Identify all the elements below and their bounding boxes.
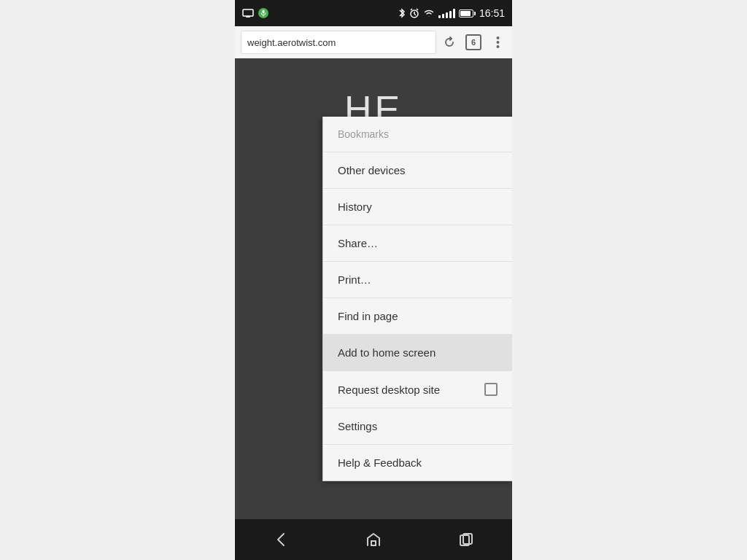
recents-button[interactable] xyxy=(444,525,488,554)
svg-point-12 xyxy=(496,45,499,48)
home-button[interactable] xyxy=(352,525,395,554)
phone-frame: 16:51 weight.aerotwist.com 6 xyxy=(235,0,512,560)
svg-rect-13 xyxy=(371,541,376,545)
menu-item-help-feedback[interactable]: Help & Feedback xyxy=(323,445,512,481)
signal-icon xyxy=(438,8,455,18)
svg-point-10 xyxy=(496,36,499,39)
menu-item-settings[interactable]: Settings xyxy=(323,408,512,445)
url-text: weight.aerotwist.com xyxy=(247,37,336,48)
browser-content: HE TO BEGI YOU A FI OK Bookmarks Other d… xyxy=(235,58,512,519)
recents-icon xyxy=(457,531,475,548)
tab-count-button[interactable]: 6 xyxy=(465,34,481,50)
desktop-site-checkbox[interactable] xyxy=(484,383,498,396)
svg-line-7 xyxy=(414,14,416,15)
svg-point-11 xyxy=(496,41,499,44)
mic-icon xyxy=(258,8,268,18)
svg-rect-0 xyxy=(243,9,253,16)
menu-item-add-to-home-screen[interactable]: Add to home screen xyxy=(323,335,512,371)
more-icon xyxy=(496,36,500,49)
menu-item-print[interactable]: Print… xyxy=(323,262,512,298)
address-bar-icons: 6 xyxy=(441,34,506,51)
address-bar: weight.aerotwist.com 6 xyxy=(235,26,512,58)
context-menu: Bookmarks Other devices History Share… P… xyxy=(322,117,512,481)
tab-count: 6 xyxy=(471,38,476,47)
screen-icon xyxy=(242,9,254,18)
nav-bar xyxy=(235,519,512,560)
back-button[interactable] xyxy=(259,525,303,554)
svg-line-8 xyxy=(411,9,412,10)
home-icon xyxy=(365,531,382,548)
alarm-icon xyxy=(409,8,419,18)
svg-line-9 xyxy=(417,9,418,10)
status-right-icons: 16:51 xyxy=(398,7,505,19)
status-bar: 16:51 xyxy=(235,0,512,26)
menu-item-other-devices[interactable]: Other devices xyxy=(323,152,512,189)
refresh-icon xyxy=(443,36,456,49)
bluetooth-icon xyxy=(398,8,406,18)
battery-icon xyxy=(459,9,476,18)
menu-item-find-in-page[interactable]: Find in page xyxy=(323,298,512,335)
menu-item-request-desktop-site[interactable]: Request desktop site xyxy=(323,371,512,408)
status-left-icons xyxy=(242,8,268,18)
svg-rect-3 xyxy=(263,10,265,14)
refresh-button[interactable] xyxy=(441,34,458,51)
more-menu-button[interactable] xyxy=(489,34,506,51)
status-time: 16:51 xyxy=(479,7,505,19)
menu-item-bookmarks[interactable]: Bookmarks xyxy=(323,117,512,152)
menu-item-share[interactable]: Share… xyxy=(323,225,512,262)
back-icon xyxy=(272,531,290,548)
menu-item-history[interactable]: History xyxy=(323,189,512,225)
url-field[interactable]: weight.aerotwist.com xyxy=(241,31,436,54)
wifi-icon xyxy=(423,9,435,18)
